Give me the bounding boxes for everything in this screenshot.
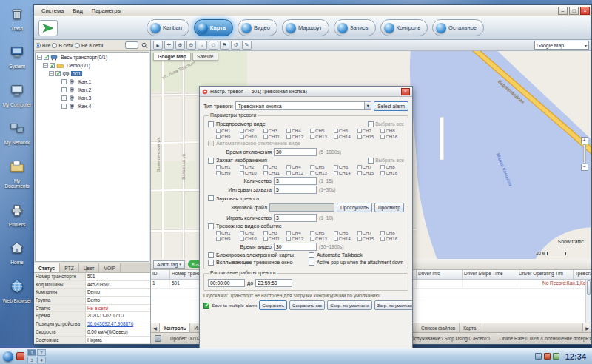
save-button[interactable]: Сохранить bbox=[259, 300, 287, 310]
channel-item[interactable]: CH10 bbox=[240, 170, 263, 175]
search-icon[interactable] bbox=[140, 41, 149, 50]
channel-item[interactable]: CH1 bbox=[216, 128, 240, 133]
channel-checkbox[interactable] bbox=[286, 135, 291, 139]
bottom-tab-4[interactable]: Список файлов bbox=[417, 323, 460, 332]
channel-checkbox[interactable] bbox=[216, 135, 221, 139]
filter-radio-all[interactable] bbox=[36, 43, 41, 48]
off-time-input[interactable] bbox=[274, 148, 317, 156]
info-tab-статус[interactable]: Статус bbox=[34, 263, 60, 272]
channel-item[interactable]: CH5 bbox=[310, 128, 334, 133]
tree-node[interactable]: Кан.4 bbox=[36, 102, 149, 110]
sound-alarm-checkbox[interactable] bbox=[208, 195, 214, 201]
channel-checkbox[interactable] bbox=[357, 129, 362, 133]
menu-system[interactable]: Система bbox=[37, 5, 68, 16]
zoom-out-button[interactable]: − bbox=[581, 164, 588, 171]
listen-button[interactable]: Прослушать bbox=[337, 203, 372, 212]
channel-item[interactable]: CH10 bbox=[240, 236, 263, 241]
taskbar-start-icon[interactable] bbox=[3, 351, 13, 362]
channel-checkbox[interactable] bbox=[286, 237, 291, 241]
preview-select-all-checkbox[interactable] bbox=[368, 121, 374, 127]
alarm-video-event-checkbox[interactable] bbox=[208, 223, 214, 229]
channel-checkbox[interactable] bbox=[286, 165, 291, 169]
channel-item[interactable]: CH3 bbox=[263, 164, 287, 169]
channel-item[interactable]: CH14 bbox=[334, 170, 357, 175]
desktop-icon-system[interactable]: System bbox=[1, 44, 33, 69]
shape-tool-icon[interactable]: ◇ bbox=[209, 41, 218, 50]
workspace-4[interactable]: 4 bbox=[37, 357, 46, 363]
schedule-end-input[interactable] bbox=[255, 279, 292, 287]
channel-item[interactable]: CH8 bbox=[380, 164, 404, 169]
close-button[interactable]: × bbox=[580, 7, 590, 15]
auto-off-checkbox[interactable] bbox=[208, 141, 214, 146]
tree-search-input[interactable] bbox=[125, 41, 138, 49]
channel-item[interactable]: CH1 bbox=[216, 230, 240, 235]
zoom-out-tool-icon[interactable]: ⊖ bbox=[186, 41, 196, 50]
bottom-tab-5[interactable]: Карта bbox=[460, 323, 480, 332]
channel-checkbox[interactable] bbox=[380, 135, 385, 139]
tree-checkbox[interactable] bbox=[50, 63, 55, 68]
schedule-start-input[interactable] bbox=[208, 279, 245, 287]
channel-checkbox[interactable] bbox=[263, 231, 268, 235]
preview-video-checkbox[interactable] bbox=[208, 121, 214, 127]
channel-item[interactable]: CH5 bbox=[310, 230, 334, 235]
measure-tool-icon[interactable]: ✎ bbox=[242, 41, 252, 50]
channel-item[interactable]: CH16 bbox=[380, 134, 404, 139]
channel-checkbox[interactable] bbox=[334, 135, 338, 139]
zoom-in-button[interactable]: + bbox=[581, 137, 588, 144]
position-link[interactable]: 56.643692,47.908876 bbox=[86, 320, 150, 328]
channel-item[interactable]: CH4 bbox=[286, 230, 310, 235]
channel-checkbox[interactable] bbox=[263, 171, 268, 175]
channel-item[interactable]: CH14 bbox=[334, 134, 357, 139]
tree-node[interactable]: Кан.1 bbox=[36, 78, 149, 86]
channel-checkbox[interactable] bbox=[216, 231, 221, 235]
toolbar-button-other[interactable]: Остальное bbox=[432, 19, 484, 36]
channel-checkbox[interactable] bbox=[240, 231, 244, 235]
channel-item[interactable]: CH15 bbox=[357, 134, 381, 139]
talkback-checkbox[interactable] bbox=[309, 252, 314, 258]
channel-item[interactable]: CH12 bbox=[286, 170, 310, 175]
workspace-3[interactable]: 3 bbox=[27, 357, 36, 363]
channel-item[interactable]: CH9 bbox=[216, 170, 240, 175]
channel-item[interactable]: CH14 bbox=[334, 236, 357, 241]
count-input[interactable] bbox=[274, 177, 317, 185]
minimize-button[interactable]: – bbox=[558, 7, 568, 15]
channel-checkbox[interactable] bbox=[357, 135, 362, 139]
channel-item[interactable]: CH10 bbox=[240, 134, 263, 139]
bottom-tab-0[interactable]: Контроль bbox=[160, 323, 190, 332]
channel-checkbox[interactable] bbox=[263, 237, 268, 241]
channel-item[interactable]: CH13 bbox=[310, 134, 334, 139]
tray-display-icon[interactable] bbox=[535, 353, 542, 360]
save-to-multiple-checkbox[interactable] bbox=[204, 303, 209, 309]
channel-checkbox[interactable] bbox=[334, 231, 338, 235]
channel-item[interactable]: CH1 bbox=[216, 164, 240, 169]
info-tab-цвет[interactable]: Цвет bbox=[79, 263, 100, 272]
channel-checkbox[interactable] bbox=[286, 171, 291, 175]
scrollbar-thumb[interactable] bbox=[587, 280, 591, 295]
desktop-icon-my-computer[interactable]: My Computer bbox=[1, 82, 33, 107]
tray-volume-icon[interactable] bbox=[553, 353, 559, 360]
sound-file-input[interactable] bbox=[269, 203, 334, 212]
channel-item[interactable]: CH8 bbox=[380, 128, 404, 133]
attachment-popup-checkbox[interactable] bbox=[309, 260, 314, 266]
channel-item[interactable]: CH2 bbox=[240, 164, 263, 169]
tree-node[interactable]: −Весь транспорт(0/1) bbox=[36, 53, 149, 61]
channel-checkbox[interactable] bbox=[263, 135, 268, 139]
toolbar-button-video[interactable]: Видео bbox=[238, 19, 278, 36]
toolbar-button-record[interactable]: Запись bbox=[334, 19, 376, 36]
taskbar-app-icon[interactable] bbox=[16, 352, 24, 360]
desktop-icon-trash[interactable]: Trash bbox=[1, 6, 33, 31]
channel-checkbox[interactable] bbox=[334, 129, 338, 133]
maximize-button[interactable]: □ bbox=[569, 7, 579, 15]
tree-expander-icon[interactable]: − bbox=[43, 63, 48, 68]
channel-checkbox[interactable] bbox=[263, 129, 268, 133]
channel-checkbox[interactable] bbox=[216, 165, 221, 169]
channel-checkbox[interactable] bbox=[357, 165, 362, 169]
channel-checkbox[interactable] bbox=[240, 165, 244, 169]
channel-checkbox[interactable] bbox=[286, 129, 291, 133]
channel-item[interactable]: CH8 bbox=[380, 230, 404, 235]
info-tab-voip[interactable]: VOIP bbox=[99, 263, 121, 272]
channel-checkbox[interactable] bbox=[216, 171, 221, 175]
channel-item[interactable]: CH2 bbox=[240, 128, 263, 133]
channel-item[interactable]: CH3 bbox=[263, 230, 287, 235]
channel-checkbox[interactable] bbox=[334, 171, 338, 175]
